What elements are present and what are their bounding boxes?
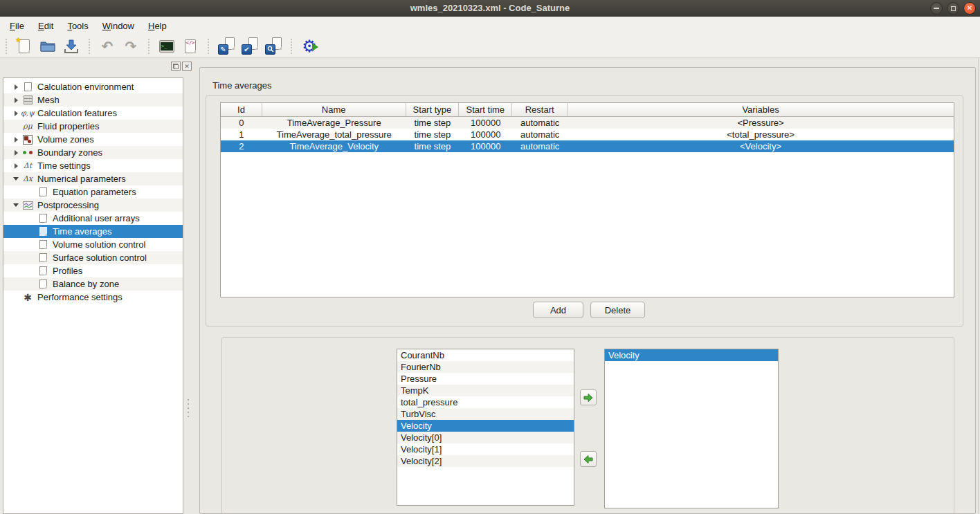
- cell-start-time[interactable]: 100000: [459, 140, 512, 152]
- sidebar-item-calculation-environment[interactable]: Calculation environment: [3, 80, 183, 93]
- sidebar-item-numerical-parameters[interactable]: Δx Numerical parameters: [3, 172, 183, 185]
- expand-arrow[interactable]: [10, 163, 21, 169]
- collapse-arrow[interactable]: [10, 203, 21, 207]
- dock-float-button[interactable]: [171, 62, 181, 71]
- minimize-button[interactable]: [930, 2, 943, 15]
- cell-restart[interactable]: automatic: [512, 140, 568, 152]
- move-right-button[interactable]: [580, 389, 597, 405]
- list-item[interactable]: total_pressure: [397, 396, 574, 408]
- list-item-selected[interactable]: Velocity: [605, 349, 778, 361]
- cell-start-type[interactable]: time step: [406, 129, 460, 140]
- cell-name[interactable]: TimeAverage_total_pressure: [262, 129, 406, 140]
- examine-document-button[interactable]: [263, 36, 284, 57]
- cell-variables[interactable]: <total_pressure>: [568, 129, 954, 140]
- sidebar-item-calculation-features[interactable]: φ,ψ Calculation features: [3, 107, 183, 120]
- edit-document-button[interactable]: ✎: [216, 36, 237, 57]
- list-item[interactable]: Velocity[2]: [397, 455, 574, 467]
- cell-start-time[interactable]: 100000: [459, 117, 512, 129]
- menu-tools[interactable]: Tools: [60, 18, 95, 34]
- list-item[interactable]: TempK: [397, 385, 574, 396]
- column-header-start-type[interactable]: Start type: [406, 103, 460, 117]
- cell-id[interactable]: 2: [221, 140, 262, 152]
- sidebar-item-fluid-properties[interactable]: ρμ Fluid properties: [3, 120, 183, 133]
- chosen-variables-list: Velocity: [604, 349, 779, 508]
- expand-arrow[interactable]: [10, 98, 21, 103]
- cell-id[interactable]: 0: [221, 117, 262, 129]
- toolbar-separator: [148, 39, 149, 54]
- redo-button[interactable]: ↷: [120, 36, 141, 57]
- sidebar-item-boundary-zones[interactable]: Boundary zones: [3, 146, 183, 159]
- dock-close-button[interactable]: ✕: [182, 62, 192, 71]
- verify-document-button[interactable]: ✔: [239, 36, 260, 57]
- frame-edge: [978, 58, 979, 514]
- table-row[interactable]: 1 TimeAverage_total_pressure time step 1…: [221, 129, 954, 140]
- cell-start-type[interactable]: time step: [406, 140, 460, 152]
- cell-name[interactable]: TimeAverage_Pressure: [262, 117, 406, 129]
- navigation-tree: Calculation environment Mesh φ,ψ Calcula…: [3, 77, 183, 514]
- sidebar-item-mesh[interactable]: Mesh: [3, 93, 183, 107]
- menu-help[interactable]: Help: [141, 18, 174, 34]
- new-document-button[interactable]: ★: [14, 36, 35, 57]
- sidebar-item-time-averages[interactable]: Time averages: [3, 225, 183, 238]
- list-item[interactable]: Velocity[0]: [397, 432, 574, 443]
- sidebar-item-profiles[interactable]: Profiles: [3, 264, 183, 277]
- column-header-start-time[interactable]: Start time: [459, 103, 512, 117]
- document-icon: [37, 253, 49, 262]
- expand-arrow[interactable]: [10, 84, 21, 90]
- cell-variables[interactable]: <Pressure>: [568, 117, 954, 129]
- column-header-restart[interactable]: Restart: [512, 103, 568, 117]
- list-item[interactable]: CourantNb: [397, 349, 574, 361]
- table-row[interactable]: 0 TimeAverage_Pressure time step 100000 …: [221, 117, 954, 129]
- menu-window[interactable]: Window: [96, 18, 141, 34]
- undo-button[interactable]: ↶: [97, 36, 118, 57]
- move-left-button[interactable]: [580, 451, 597, 467]
- column-header-id[interactable]: Id: [221, 103, 262, 117]
- open-file-button[interactable]: [37, 36, 58, 57]
- document-icon: [37, 227, 49, 236]
- menu-edit[interactable]: Edit: [31, 18, 60, 34]
- view-xml-button[interactable]: </>: [180, 36, 201, 57]
- cell-start-type[interactable]: time step: [406, 117, 460, 129]
- expand-arrow[interactable]: [10, 111, 21, 116]
- menu-file[interactable]: File: [3, 18, 31, 34]
- cell-name[interactable]: TimeAverage_Velocity: [262, 140, 406, 152]
- cell-restart[interactable]: automatic: [512, 129, 568, 140]
- sidebar-item-equation-parameters[interactable]: Equation parameters: [3, 185, 183, 199]
- new-star-icon: ★: [15, 36, 21, 44]
- dock-close-icon: ✕: [184, 63, 190, 70]
- cell-id[interactable]: 1: [221, 129, 262, 140]
- document-icon: [37, 279, 49, 288]
- expand-arrow[interactable]: [10, 137, 21, 143]
- cell-restart[interactable]: automatic: [512, 117, 568, 129]
- sidebar-item-additional-user-arrays[interactable]: Additional user arrays: [3, 212, 183, 225]
- collapse-arrow[interactable]: [10, 177, 21, 181]
- save-file-button[interactable]: [61, 36, 82, 57]
- cell-variables[interactable]: <Velocity>: [568, 140, 954, 152]
- open-terminal-button[interactable]: >_: [156, 36, 177, 57]
- add-button[interactable]: Add: [533, 302, 583, 318]
- list-item[interactable]: TurbVisc: [397, 408, 574, 420]
- column-header-name[interactable]: Name: [262, 103, 406, 117]
- list-item[interactable]: FourierNb: [397, 361, 574, 373]
- splitter-handle[interactable]: [188, 399, 189, 417]
- list-item-selected[interactable]: Velocity: [397, 420, 574, 432]
- list-item[interactable]: Velocity[1]: [397, 443, 574, 455]
- document-icon: [37, 266, 49, 275]
- run-computation-button[interactable]: ⚙: [299, 36, 320, 57]
- sidebar-item-volume-zones[interactable]: Volume zones: [3, 133, 183, 146]
- check-icon: ✔: [242, 44, 252, 55]
- delete-button[interactable]: Delete: [590, 302, 645, 318]
- list-item[interactable]: Pressure: [397, 373, 574, 385]
- sidebar-item-time-settings[interactable]: Δt Time settings: [3, 159, 183, 172]
- sidebar-item-surface-solution-control[interactable]: Surface solution control: [3, 251, 183, 264]
- table-row-selected[interactable]: 2 TimeAverage_Velocity time step 100000 …: [221, 140, 954, 152]
- column-header-variables[interactable]: Variables: [568, 103, 954, 117]
- maximize-button[interactable]: [947, 2, 959, 15]
- expand-arrow[interactable]: [10, 150, 21, 156]
- close-button[interactable]: ✕: [963, 2, 976, 15]
- cell-start-time[interactable]: 100000: [459, 129, 512, 140]
- sidebar-item-postprocessing[interactable]: Postprocessing: [3, 199, 183, 212]
- sidebar-item-balance-by-zone[interactable]: Balance by zone: [3, 277, 183, 291]
- sidebar-item-volume-solution-control[interactable]: Volume solution control: [3, 238, 183, 251]
- sidebar-item-performance-settings[interactable]: ✱ Performance settings: [3, 291, 183, 304]
